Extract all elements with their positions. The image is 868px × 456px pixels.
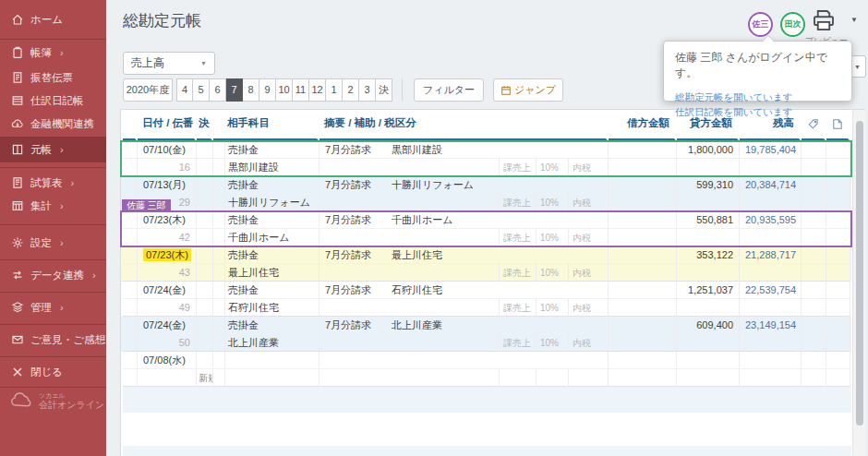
debit-amount-cell — [609, 176, 677, 194]
month-button-11[interactable]: 11 — [293, 78, 309, 102]
sub-account-cell: 石狩川住宅 — [223, 299, 319, 317]
sidebar-divider — [0, 167, 106, 168]
month-button-5[interactable]: 5 — [193, 78, 210, 102]
month-button-3[interactable]: 3 — [359, 78, 376, 102]
sidebar-item-label: 設定 — [30, 236, 52, 250]
summary-cell — [319, 352, 609, 369]
page-title: 総勘定元帳 — [123, 10, 201, 31]
account-select[interactable]: 売上高 ▼ — [123, 52, 215, 75]
sidebar-divider — [0, 259, 106, 260]
close-icon — [11, 366, 24, 378]
sidebar-divider — [0, 39, 106, 40]
scrollbar-thumb[interactable] — [856, 121, 863, 426]
gutter-cell — [123, 229, 138, 246]
entry-detail-row: 29十勝川リフォーム課売上10%内税 — [123, 194, 851, 211]
print-button[interactable] — [810, 6, 839, 34]
tag-cell — [802, 141, 826, 159]
month-button-12[interactable]: 12 — [309, 78, 326, 102]
entry-detail-row: 49石狩川住宅課売上10%内税 — [123, 299, 851, 317]
open-window-link[interactable]: 仕訳日記帳を開いています — [675, 104, 840, 119]
jump-button[interactable]: ジャンプ — [493, 78, 563, 102]
month-button-決[interactable]: 決 — [376, 78, 392, 102]
sidebar-item-transfer-slip[interactable]: 振替伝票 — [0, 66, 106, 90]
ledger-icon — [11, 143, 24, 156]
fiscal-year-button[interactable]: 2020年度 — [123, 78, 173, 102]
date-cell: 07/13(月) — [138, 176, 197, 194]
sidebar-item-books[interactable]: 帳簿› — [0, 41, 106, 65]
sidebar-item-label: ホーム — [30, 13, 63, 27]
logo-text-small: ツカエル — [39, 392, 104, 400]
debit-amount-cell — [609, 299, 677, 317]
note-cell — [826, 141, 850, 159]
chevron-right-icon: › — [92, 270, 96, 281]
summary-cell: 7月分請求千曲川ホーム — [319, 211, 609, 229]
sidebar-item-aggregate[interactable]: 集計› — [0, 194, 106, 218]
ledger-entry-group[interactable]: 07/08(水)新規 — [121, 352, 851, 387]
balance-cell — [740, 352, 802, 369]
gutter-cell — [123, 264, 138, 282]
chevron-right-icon: › — [60, 200, 64, 211]
sidebar-item-label: 金融機関連携 — [30, 117, 94, 131]
sidebar-divider — [0, 224, 106, 225]
debit-amount-cell — [609, 194, 677, 211]
date-cell: 07/23(木) — [138, 246, 197, 264]
balance-cell — [740, 334, 802, 352]
credit-amount-cell: 353,122 — [677, 246, 740, 264]
sidebar-divider — [0, 324, 106, 325]
open-window-link[interactable]: 総勘定元帳を開いています — [675, 90, 840, 104]
vertical-scrollbar[interactable] — [852, 110, 865, 456]
sidebar-item-home[interactable]: ホーム — [0, 7, 106, 31]
settle-cell — [197, 299, 213, 317]
month-button-6[interactable]: 6 — [210, 78, 226, 102]
credit-amount-cell — [677, 264, 740, 282]
summary-empty-cell — [319, 194, 500, 211]
summary-cell: 7月分請求石狩川住宅 — [319, 282, 609, 299]
ledger-entry-group[interactable]: 07/24(金)売掛金7月分請求石狩川住宅1,251,03722,539,754… — [121, 282, 851, 317]
sidebar-item-close[interactable]: 閉じる — [0, 360, 106, 384]
entry-main-row: 07/13(月)売掛金7月分請求十勝川リフォーム599,31020,384,71… — [123, 176, 851, 194]
ledger-entry-group[interactable]: 07/13(月)売掛金7月分請求十勝川リフォーム599,31020,384,71… — [121, 176, 851, 211]
slip-number-cell: 43 — [138, 264, 197, 282]
debit-amount-cell — [609, 159, 677, 176]
ledger-entry-group[interactable]: 佐藤 三郎07/23(木)売掛金7月分請求千曲川ホーム550,88120,935… — [121, 211, 851, 246]
note-cell — [826, 282, 850, 299]
cloud-link-icon — [11, 117, 24, 130]
month-button-4[interactable]: 4 — [176, 78, 193, 102]
sidebar-item-ledger[interactable]: 元帳› — [0, 137, 106, 162]
logo-text-large: 会計オンライン — [39, 400, 104, 411]
ledger-entry-group[interactable]: 07/10(金)売掛金7月分請求黒部川建設1,800,00019,785,404… — [121, 141, 851, 176]
credit-amount-cell — [677, 194, 740, 211]
month-button-7[interactable]: 7 — [226, 78, 243, 102]
month-button-10[interactable]: 10 — [276, 78, 293, 102]
note-cell — [826, 334, 850, 352]
tax-rate-cell — [536, 369, 569, 387]
sidebar-item-manage[interactable]: 管理› — [0, 295, 106, 319]
sidebar-item-settings[interactable]: 設定› — [0, 231, 106, 255]
entry-main-row: 07/23(木)売掛金7月分請求最上川住宅353,12221,288,717 — [123, 246, 851, 264]
sidebar-item-feedback[interactable]: ご意見・ご感想 — [0, 328, 106, 352]
tax-type-cell — [569, 369, 609, 387]
debit-amount-cell — [609, 229, 677, 246]
avatar[interactable]: 田次 — [780, 12, 805, 37]
sidebar-item-bank-link[interactable]: 金融機関連携 — [0, 112, 106, 136]
entry-main-row: 07/10(金)売掛金7月分請求黒部川建設1,800,00019,785,404 — [123, 141, 851, 159]
ledger-entry-group[interactable]: 07/24(金)売掛金7月分請求北上川産業609,40023,149,15450… — [121, 317, 851, 352]
ledger-entry-group[interactable]: 07/23(木)売掛金7月分請求最上川住宅353,12221,288,71743… — [121, 246, 851, 282]
month-button-9[interactable]: 9 — [259, 78, 276, 102]
balance-cell — [740, 369, 802, 387]
sidebar-item-journal[interactable]: 仕訳日記帳 — [0, 89, 106, 113]
print-options-caret-icon[interactable]: ▼ — [850, 16, 858, 24]
sidebar-item-label: 元帳 — [30, 143, 52, 157]
tax-type-cell: 内税 — [569, 194, 609, 211]
sidebar-item-data-link[interactable]: データ連携› — [0, 263, 106, 287]
month-button-8[interactable]: 8 — [243, 78, 259, 102]
month-button-2[interactable]: 2 — [343, 78, 359, 102]
sidebar-item-label: 振替伝票 — [30, 71, 73, 85]
summary-cell: 7月分請求十勝川リフォーム — [319, 176, 609, 194]
sidebar-item-trial-balance[interactable]: 試算表› — [0, 171, 106, 195]
filter-button[interactable]: フィルター — [414, 78, 484, 102]
avatar[interactable]: 佐三 — [748, 12, 773, 37]
note-cell — [826, 211, 850, 229]
month-button-1[interactable]: 1 — [326, 78, 343, 102]
summary-empty-cell — [319, 264, 500, 282]
